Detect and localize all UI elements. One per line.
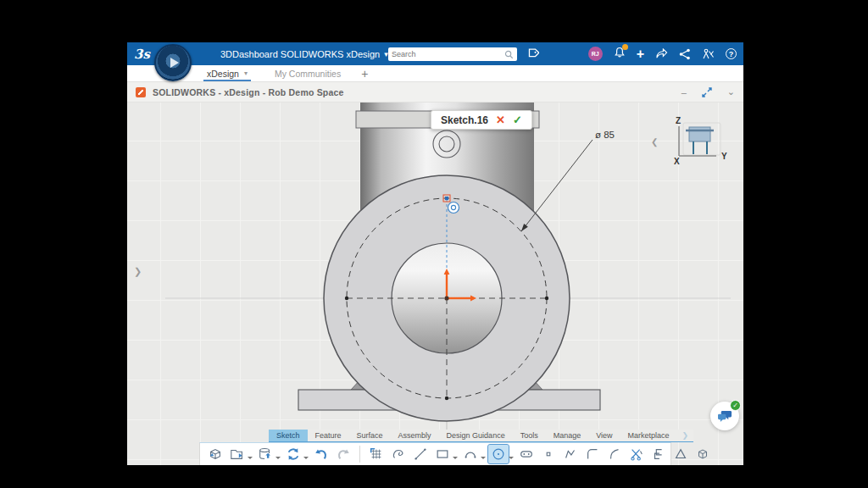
point-icon[interactable] [538, 445, 559, 463]
view-triad[interactable]: Z X Y [674, 116, 727, 166]
undo-icon[interactable] [311, 445, 331, 463]
line-icon[interactable] [410, 445, 431, 463]
freehand-sketch-icon[interactable] [388, 445, 409, 463]
minimize-button[interactable]: – [682, 87, 687, 97]
collapse-triad-chevron-icon[interactable]: ❮ [651, 137, 658, 147]
dimension-text[interactable]: ø 85 [595, 130, 615, 140]
fillet-icon[interactable] [582, 445, 603, 463]
xdesign-app-icon [136, 87, 146, 97]
tab-xdesign[interactable]: xDesign ▾ [203, 65, 251, 81]
origin-point[interactable] [444, 296, 448, 300]
arc-dropdown-caret[interactable] [481, 457, 486, 459]
toolbar-separator [359, 446, 360, 463]
sketch-geometry: ø 85 Z X Y [127, 103, 743, 465]
search-icon [504, 50, 514, 59]
ribbon-tab-manage[interactable]: Manage [546, 430, 589, 441]
ribbon-overflow-chevron-icon[interactable]: ❯ [677, 430, 694, 441]
dashboard-tab-row: xDesign ▾ My Communities + [127, 65, 743, 82]
quadrant-point-right[interactable] [545, 297, 548, 300]
redo-icon[interactable] [333, 445, 353, 463]
convert-entities-icon[interactable] [693, 445, 713, 463]
circle-dropdown-caret[interactable] [509, 457, 514, 459]
chat-bubbles-icon [717, 409, 733, 423]
svg-text:X: X [674, 157, 680, 166]
sketch-confirm-dialog: Sketch.16 ✕ ✓ [431, 110, 532, 130]
notification-badge [622, 44, 628, 50]
svg-text:Z: Z [676, 116, 681, 125]
modeling-canvas[interactable]: ø 85 Z X Y Sketch.16 ✕ ✓ [127, 103, 743, 465]
ribbon-tab-feature[interactable]: Feature [308, 430, 349, 441]
offset-icon[interactable] [648, 445, 669, 463]
app-title: 3DDashboard SOLIDWORKS xDesign [220, 49, 380, 59]
arc-icon[interactable] [460, 445, 481, 463]
widget-title-bar: SOLIDWORKS - xDesign - Rob Demo Space – … [127, 82, 743, 103]
quadrant-point-bottom[interactable] [445, 396, 448, 400]
save-icon[interactable] [255, 445, 275, 463]
avatar[interactable]: RJ [588, 47, 603, 61]
rectangle-dropdown-caret[interactable] [453, 457, 458, 459]
selected-sketch-point[interactable] [445, 197, 448, 200]
ribbon-tab-bar: Sketch Feature Surface Assembly Design G… [269, 430, 693, 442]
rectangle-icon[interactable] [432, 445, 453, 463]
app-window: 3s 3DDashboard SOLIDWORKS xDesign ▾ RJ [127, 42, 743, 465]
quadrant-point-left[interactable] [345, 297, 348, 300]
sync-icon[interactable] [283, 445, 303, 463]
add-tab-button[interactable]: + [361, 67, 368, 80]
tab-my-communities[interactable]: My Communities [275, 69, 341, 79]
sketch-name: Sketch.16 [441, 114, 488, 126]
save-dropdown-caret[interactable] [275, 457, 281, 459]
cancel-sketch-button[interactable]: ✕ [496, 114, 505, 126]
ribbon-tab-sketch[interactable]: Sketch [269, 430, 308, 441]
share-arrow-icon[interactable] [655, 48, 668, 59]
help-icon[interactable]: ? [726, 48, 737, 59]
ds-logo: 3s [127, 47, 150, 62]
expand-icon[interactable] [702, 87, 712, 97]
svg-text:Y: Y [721, 152, 727, 161]
polygon-icon[interactable] [670, 445, 691, 463]
tab-xdesign-label: xDesign [207, 69, 239, 79]
top-bar: 3s 3DDashboard SOLIDWORKS xDesign ▾ RJ [127, 42, 743, 65]
ribbon-tab-marketplace[interactable]: Marketplace [620, 430, 677, 441]
tab-xdesign-chevron-icon[interactable]: ▾ [244, 69, 248, 77]
add-button[interactable]: + [637, 47, 644, 61]
expand-panel-chevron-icon[interactable]: ❯ [134, 266, 142, 277]
ribbon-tab-assembly[interactable]: Assembly [391, 430, 439, 441]
active-tab-underline [203, 80, 251, 81]
search-input[interactable] [392, 50, 504, 58]
insert-component-icon[interactable] [205, 445, 225, 463]
trim-icon[interactable] [626, 445, 647, 463]
widget-title: SOLIDWORKS - xDesign - Rob Demo Space [153, 87, 344, 97]
compass-icon[interactable] [154, 44, 192, 81]
notifications-button[interactable] [614, 47, 626, 62]
sketch-toolbar [199, 442, 671, 465]
ribbon-tab-tools[interactable]: Tools [513, 430, 546, 441]
search-box[interactable] [388, 47, 517, 61]
accept-sketch-button[interactable]: ✓ [513, 114, 522, 126]
sync-dropdown-caret[interactable] [303, 457, 309, 459]
sketch-grid-icon[interactable] [366, 445, 387, 463]
ribbon-tab-design-guidance[interactable]: Design Guidance [439, 430, 513, 441]
slot-icon[interactable] [516, 445, 537, 463]
open-dropdown-caret[interactable] [248, 457, 253, 459]
chat-status-badge: ✓ [730, 400, 741, 411]
tag-icon[interactable] [526, 47, 539, 60]
polyline-icon[interactable] [560, 445, 581, 463]
ribbon-tab-surface[interactable]: Surface [349, 430, 391, 441]
open-icon[interactable] [227, 445, 248, 463]
messaging-button[interactable]: ✓ [710, 402, 739, 430]
user-play-icon[interactable] [702, 48, 715, 60]
constraint-badge-icon[interactable] [448, 202, 459, 214]
collapse-widget-chevron-icon[interactable]: ⌄ [727, 86, 735, 97]
share-nodes-icon[interactable] [679, 48, 691, 60]
triad-part-thumbnail [686, 127, 714, 154]
spline-icon[interactable] [604, 445, 625, 463]
compass-play-icon [170, 58, 179, 68]
ribbon-tab-view[interactable]: View [588, 430, 620, 441]
topbar-actions: RJ + ? [588, 42, 737, 65]
circle-icon[interactable] [488, 445, 509, 463]
